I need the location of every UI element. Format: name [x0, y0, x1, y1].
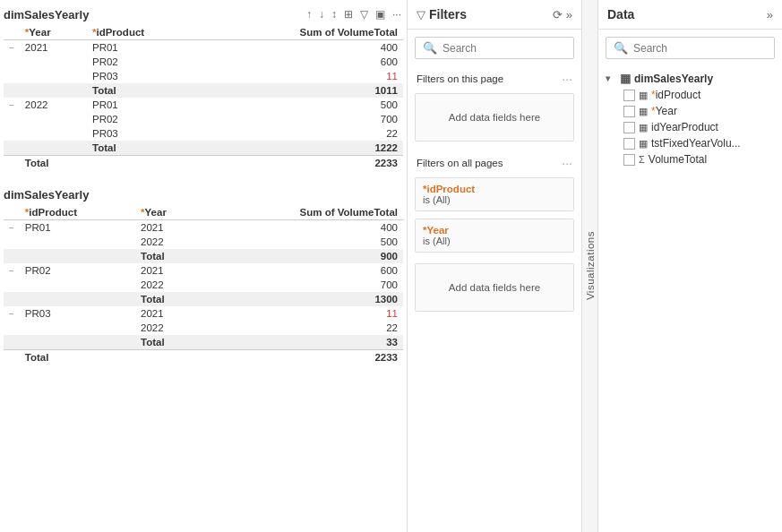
value-cell: 500	[202, 98, 403, 112]
filters-search-box[interactable]: 🔍	[415, 37, 574, 59]
sort-both-icon[interactable]: ↕	[330, 7, 339, 21]
total-value: 900	[202, 249, 403, 263]
col1-header[interactable]: *idProduct	[20, 205, 135, 220]
product-cell	[20, 321, 135, 335]
value-cell: 400	[202, 220, 403, 236]
total-value: 1300	[202, 292, 403, 306]
col3-header[interactable]: Sum of VolumeTotal	[202, 25, 403, 40]
refresh-icon[interactable]: ⟳	[553, 8, 563, 21]
table-row: 2022 700	[4, 278, 403, 292]
expand-data-panel-icon[interactable]: »	[767, 8, 773, 21]
expand-cell[interactable]: −	[4, 306, 20, 321]
grand-total-label: Total	[20, 350, 202, 365]
filters-panel: ▽ Filters ⟳ » 🔍 Filters on this page ···…	[408, 0, 582, 532]
year-cell: 2022	[135, 321, 202, 335]
grand-total-value: 2233	[202, 156, 403, 171]
tree-table-node[interactable]: ▾ ▦ dimSalesYearly	[606, 70, 775, 87]
expand-cell[interactable]: −	[4, 263, 20, 278]
visualizations-tab[interactable]: Visualizations	[582, 0, 598, 532]
product-cell: PR01	[87, 98, 202, 112]
field-label-year: *Year	[651, 105, 677, 117]
value-cell-red: 11	[202, 69, 403, 83]
filter-card-idproduct[interactable]: *idProduct is (All)	[415, 177, 574, 211]
tree-field-idproduct[interactable]: ▦ *idProduct	[606, 87, 775, 103]
table2-header-row: *idProduct *Year Sum of VolumeTotal	[4, 205, 403, 220]
col2-header[interactable]: *idProduct	[87, 25, 202, 40]
field-checkbox-idyearproduct[interactable]	[623, 122, 635, 133]
filter-field-value: is (All)	[423, 194, 566, 205]
expand-cell[interactable]: −	[4, 98, 20, 112]
data-search-box[interactable]: 🔍	[606, 37, 775, 59]
grand-total-row: Total 2233	[4, 350, 403, 365]
expand-icon[interactable]: ⊞	[342, 7, 355, 21]
value-cell: 22	[202, 321, 403, 335]
filters-search-input[interactable]	[443, 42, 577, 55]
product-cell	[20, 235, 135, 249]
col2-header[interactable]: *Year	[135, 205, 202, 220]
expand-cell[interactable]: −	[4, 220, 20, 236]
expand-cell	[4, 292, 20, 306]
tree-field-volumetotal[interactable]: Σ VolumeTotal	[606, 151, 775, 167]
sigma-icon: Σ	[639, 154, 645, 165]
data-search-input[interactable]	[633, 42, 768, 55]
layout-icon[interactable]: ▣	[374, 7, 387, 21]
filters-all-pages-dropzone[interactable]: Add data fields here	[415, 263, 574, 312]
table-row: − PR03 2021 11	[4, 306, 403, 321]
year-cell: 2021	[135, 306, 202, 321]
field-checkbox-year[interactable]	[623, 106, 635, 117]
filter-card-year[interactable]: *Year is (All)	[415, 219, 574, 253]
table-row: − 2021 PR01 400	[4, 40, 403, 56]
data-panel-title: Data	[607, 7, 763, 21]
product-cell: Total	[87, 141, 202, 156]
expand-cell	[4, 335, 20, 350]
value-cell: 500	[202, 235, 403, 249]
grand-total-value: 2233	[202, 350, 403, 365]
expand-cell	[4, 141, 20, 156]
tree-field-tstfixedyearvolu[interactable]: ▦ tstFixedYearVolu...	[606, 135, 775, 151]
product-cell	[20, 278, 135, 292]
table-row: PR03 11	[4, 69, 403, 83]
subtotal-row-pr03: Total 33	[4, 335, 403, 350]
data-tree: ▾ ▦ dimSalesYearly ▦ *idProduct ▦ *Year …	[598, 66, 782, 532]
filters-all-pages-more[interactable]: ···	[562, 156, 572, 170]
filters-this-page-more[interactable]: ···	[562, 72, 572, 86]
sort-desc-icon[interactable]: ↓	[317, 7, 326, 21]
sort-asc-icon[interactable]: ↑	[305, 7, 314, 21]
expand-col-header	[4, 25, 20, 40]
expand-cell	[4, 278, 20, 292]
total-value: 1222	[202, 141, 403, 156]
table-row: 2022 500	[4, 235, 403, 249]
product-cell: PR01	[87, 40, 202, 56]
tree-table-label: dimSalesYearly	[634, 73, 713, 85]
expand-cell	[4, 83, 20, 98]
tree-field-year[interactable]: ▦ *Year	[606, 103, 775, 119]
expand-panel-icon[interactable]: »	[566, 8, 572, 21]
field-checkbox-idproduct[interactable]	[623, 90, 635, 101]
table2-title-bar: dimSalesYearly	[4, 188, 403, 202]
filter-funnel-icon: ▽	[417, 8, 425, 21]
filters-panel-header: ▽ Filters ⟳ »	[408, 0, 581, 30]
filter-icon[interactable]: ▽	[358, 7, 370, 21]
left-panel: dimSalesYearly ↑ ↓ ↕ ⊞ ▽ ▣ ··· *Year *id…	[0, 0, 408, 532]
expand-cell	[4, 350, 20, 365]
filters-all-pages-label: Filters on all pages ···	[408, 150, 581, 174]
product-cell	[20, 292, 135, 306]
expand-cell[interactable]: −	[4, 40, 20, 56]
total-value: 33	[202, 335, 403, 350]
more-icon[interactable]: ···	[391, 7, 403, 21]
col1-header[interactable]: *Year	[20, 25, 87, 40]
filters-this-page-dropzone[interactable]: Add data fields here	[415, 93, 574, 142]
table1-title-bar: dimSalesYearly ↑ ↓ ↕ ⊞ ▽ ▣ ···	[4, 7, 403, 21]
table-row: PR03 22	[4, 126, 403, 141]
filters-panel-title: Filters	[429, 7, 549, 21]
tree-field-idyearproduct[interactable]: ▦ idYearProduct	[606, 119, 775, 135]
col3-header[interactable]: Sum of VolumeTotal	[202, 205, 403, 220]
table-row: PR02 700	[4, 112, 403, 126]
field-checkbox-volumetotal[interactable]	[623, 154, 635, 166]
field-checkbox-tstfixed[interactable]	[623, 138, 635, 150]
expand-cell	[4, 55, 20, 69]
product-cell: PR02	[87, 55, 202, 69]
tree-expand-icon[interactable]: ▾	[606, 73, 616, 83]
year-cell: 2022	[135, 278, 202, 292]
expand-cell	[4, 235, 20, 249]
